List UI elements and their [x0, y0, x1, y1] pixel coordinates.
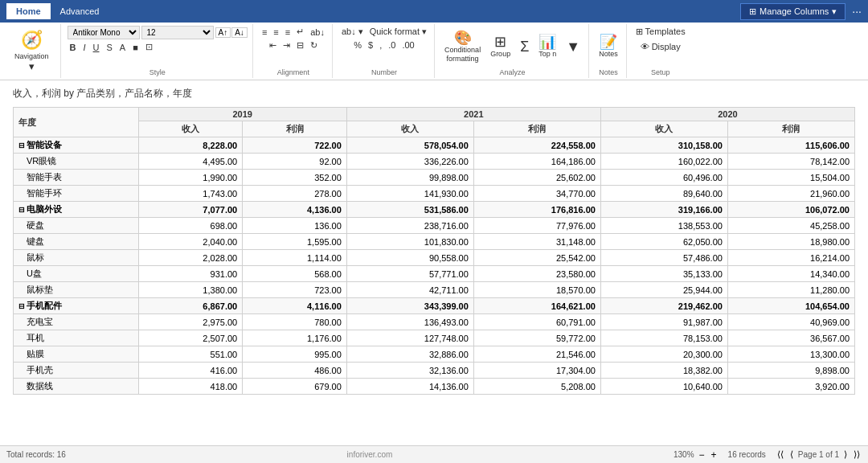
records-summary-label: 16 records [728, 450, 766, 459]
revenue-2020-header: 收入 [600, 121, 727, 137]
sub-profit-2020: 18,980.00 [727, 234, 854, 250]
display-button[interactable]: 👁 Display [638, 41, 683, 52]
highlight-button[interactable]: ■ [130, 42, 141, 53]
align-right-button[interactable]: ≡ [283, 26, 293, 38]
collapse-icon[interactable]: ⊟ [18, 141, 25, 150]
group-button[interactable]: ⊞ Group [487, 33, 514, 59]
borders-button[interactable]: ⊡ [143, 41, 155, 53]
first-page-button[interactable]: ⟨⟨ [776, 449, 785, 460]
sub-profit-2020: 16,214.00 [727, 250, 854, 266]
zoom-out-button[interactable]: − [698, 449, 706, 461]
zoom-in-button[interactable]: + [710, 449, 719, 461]
percent-button[interactable]: % [351, 39, 364, 51]
sub-rev-2019: 1,743.00 [138, 186, 243, 202]
status-bar: Total records: 16 inforiver.com 130% − +… [0, 445, 868, 463]
sub-profit-2021: 60,791.00 [473, 314, 600, 330]
cat-profit-2020: 106,072.00 [727, 202, 854, 218]
sub-profit-2020: 11,280.00 [727, 282, 854, 298]
ribbon-group-setup: ⊞ Templates 👁 Display Setup [628, 24, 693, 78]
decrease-decimal-button[interactable]: .00 [399, 39, 416, 51]
table-row: 键盘 2,040.00 1,595.00 101,830.00 31,148.0… [14, 234, 855, 250]
italic-button[interactable]: I [80, 42, 88, 53]
format-dropdown-button[interactable]: ab↓ ▾ [339, 26, 366, 38]
notes-button[interactable]: 📝 Notes [596, 33, 621, 59]
increase-decimal-button[interactable]: .0 [386, 39, 398, 51]
total-records-label: Total records: 16 [6, 450, 66, 459]
comma-button[interactable]: , [377, 39, 384, 51]
notes-icon: 📝 [600, 35, 617, 49]
sub-profit-2021: 34,770.00 [473, 186, 600, 202]
merge-button[interactable]: ⊟ [294, 39, 306, 51]
sum-button[interactable]: Σ [517, 38, 532, 55]
align-left-button[interactable]: ≡ [260, 26, 269, 38]
sub-rev-2021: 101,830.00 [346, 234, 473, 250]
sub-rev-2020: 138,553.00 [600, 218, 727, 234]
sub-rev-2020: 20,300.00 [600, 346, 727, 363]
decrease-font-button[interactable]: A↓ [231, 27, 248, 38]
table-row: 鼠标 2,028.00 1,114.00 90,558.00 25,542.00… [14, 250, 855, 266]
ribbon-body: 🧭 Navigation ▾ Antikor Mono 12 A↑ A↓ [0, 23, 868, 80]
bold-button[interactable]: B [68, 42, 79, 53]
sub-rev-2021: 336,226.00 [346, 154, 473, 170]
table-row: 贴膜 551.00 995.00 32,886.00 21,546.00 20,… [14, 346, 855, 363]
font-family-select[interactable]: Antikor Mono [68, 26, 140, 39]
sub-rev-2019: 2,028.00 [138, 250, 243, 266]
table-row: 耳机 2,507.00 1,176.00 127,748.00 59,772.0… [14, 330, 855, 346]
font-row: Antikor Mono 12 A↑ A↓ [68, 26, 248, 39]
topn-button[interactable]: 📊 Top n [535, 33, 559, 59]
table-row: 鼠标垫 1,380.00 723.00 42,711.00 18,570.00 … [14, 282, 855, 298]
filter-button[interactable]: ▼ [563, 38, 583, 55]
sub-name-cell: 鼠标 [14, 250, 139, 266]
number-row2: % $ , .0 .00 [351, 39, 416, 51]
sub-rev-2020: 60,496.00 [600, 170, 727, 186]
revenue-2021-header: 收入 [346, 121, 473, 137]
ribbon-group-navigation: 🧭 Navigation ▾ [3, 24, 61, 78]
manage-columns-button[interactable]: ⊞ Manage Columns ▾ [740, 3, 845, 20]
tab-advanced[interactable]: Advanced [51, 3, 109, 19]
sub-profit-2020: 40,969.00 [727, 314, 854, 330]
currency-button[interactable]: $ [366, 39, 375, 51]
sub-rev-2019: 2,040.00 [138, 234, 243, 250]
collapse-icon[interactable]: ⊟ [18, 302, 25, 310]
indent-right-button[interactable]: ⇥ [280, 39, 293, 51]
cat-rev-2020: 219,462.00 [600, 298, 727, 314]
sub-rev-2021: 90,558.00 [346, 250, 473, 266]
collapse-icon[interactable]: ⊟ [18, 206, 25, 214]
page-info-label: Page 1 of 1 [798, 450, 839, 459]
indent-left-button[interactable]: ⇤ [267, 39, 279, 51]
year-2019-header: 2019 [138, 108, 346, 121]
font-size-select[interactable]: 12 [141, 26, 214, 39]
last-page-button[interactable]: ⟩⟩ [852, 449, 862, 460]
sub-name-cell: VR眼镜 [14, 154, 139, 170]
sub-profit-2019: 1,176.00 [243, 330, 347, 346]
wrap-button[interactable]: ↵ [294, 26, 306, 38]
sub-name-cell: 键盘 [14, 234, 139, 250]
underline-button[interactable]: U [91, 42, 102, 53]
sub-profit-2021: 59,772.00 [473, 330, 600, 346]
strikethrough-button[interactable]: S [104, 42, 115, 53]
rotate-button[interactable]: ↻ [308, 39, 320, 51]
cat-profit-2021: 224,558.00 [473, 137, 600, 154]
more-options-icon[interactable]: ··· [852, 5, 862, 18]
category-name-cell: ⊟手机配件 [14, 298, 139, 314]
navigation-button[interactable]: 🧭 Navigation ▾ [8, 28, 55, 74]
tab-home[interactable]: Home [6, 3, 51, 19]
font-color-button[interactable]: A [117, 42, 128, 53]
sub-name-cell: 充电宝 [14, 314, 139, 330]
sub-profit-2021: 25,602.00 [473, 170, 600, 186]
quick-format-button[interactable]: Quick format ▾ [367, 26, 429, 38]
next-page-button[interactable]: ⟩ [842, 449, 849, 460]
conditional-formatting-button[interactable]: 🎨 Conditional formatting [441, 29, 484, 64]
prev-page-button[interactable]: ⟨ [788, 449, 795, 460]
templates-button[interactable]: ⊞ Templates [633, 26, 688, 38]
topn-icon: 📊 [538, 35, 556, 49]
increase-font-button[interactable]: A↑ [215, 27, 231, 38]
navigation-icon: 🧭 [21, 30, 43, 51]
content-area: 收入，利润 by 产品类别，产品名称，年度 年度 2019 2021 2020 … [0, 80, 868, 445]
cat-profit-2019: 4,116.00 [243, 298, 347, 314]
number-row1: ab↓ ▾ Quick format ▾ [339, 26, 429, 38]
table-row: ⊟智能设备 8,228.00 722.00 578,054.00 224,558… [14, 137, 855, 154]
format-ab-button[interactable]: ab↓ [308, 26, 327, 38]
align-center-button[interactable]: ≡ [271, 26, 280, 38]
pagination: ⟨⟨ ⟨ Page 1 of 1 ⟩ ⟩⟩ [776, 449, 862, 460]
